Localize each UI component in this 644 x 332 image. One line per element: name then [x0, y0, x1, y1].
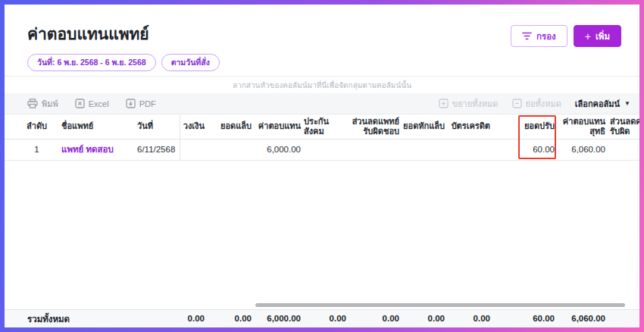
column-header-label: ค่าตอบแทน [563, 117, 605, 127]
table-cell-10: 60.00 [493, 139, 558, 160]
excel-button-label: Excel [89, 99, 109, 108]
column-header-label: ยอดปรับ [524, 121, 555, 131]
excel-export-button[interactable]: Excel [75, 99, 109, 108]
column-header-label: ยอดหักแล็บ [403, 121, 445, 131]
column-header-11[interactable]: ค่าตอบแทนสุทธิ [558, 114, 608, 139]
table-cell-3 [180, 139, 208, 160]
column-header-label-line2: รับผิดชอบ [363, 127, 399, 136]
grid-toolbar: พิมพ์ Excel PDF [5, 93, 639, 114]
group-by-hint: ลากส่วนหัวของคอลัมน์มาที่นี่เพื่อจัดกลุ่… [233, 80, 411, 91]
table-cell-8 [402, 139, 448, 160]
table-cell-7 [349, 139, 402, 160]
footer-cell-7: 0.00 [349, 310, 402, 327]
column-header-4[interactable]: ยอดแล็บ [208, 114, 255, 139]
expand-all-icon [439, 99, 449, 108]
table-cell-2: 6/11/2568 [130, 139, 180, 160]
column-header-label-line2: สุทธิ [589, 127, 605, 136]
collapse-all-button[interactable]: ย่อทั้งหมด [512, 97, 561, 111]
table-cell-value: 6/11/2568 [137, 145, 175, 155]
table-cell-6 [304, 139, 349, 160]
footer-cell-11: 6,060.00 [558, 310, 608, 327]
column-header-label: ประกันสังคม [304, 117, 346, 136]
column-header-label: ส่วนลดค [610, 117, 639, 127]
column-header-3[interactable]: วงเงิน [180, 114, 208, 139]
filter-chips: วันที่: 6 พ.ย. 2568 - 6 พ.ย. 2568 ตามวัน… [27, 54, 220, 71]
column-chooser-label: เลือกคอลัมน์ [575, 97, 620, 111]
column-header-5[interactable]: ค่าตอบแทน [255, 114, 304, 139]
footer-cell-3: 0.00 [180, 310, 208, 327]
add-button[interactable]: + เพิ่ม [574, 25, 621, 47]
column-header-0[interactable]: ลำดับ [20, 114, 54, 139]
grid-view-tools: ขยายทั้งหมด ย่อทั้งหมด เลือกคอลัมน์ ▼ [439, 97, 630, 111]
footer-cell-value: 60.00 [533, 314, 555, 324]
footer-cell-6: 0.00 [304, 310, 349, 327]
gradient-frame: ค่าตอบแทนแพทย์ วันที่: 6 พ.ย. 2568 - 6 พ… [0, 0, 644, 332]
page-actions: กรอง + เพิ่ม [511, 21, 621, 76]
print-button[interactable]: พิมพ์ [27, 97, 58, 111]
filter-button-label: กรอง [536, 30, 556, 43]
column-header-label: ลำดับ [27, 121, 47, 131]
table-cell-12 [608, 139, 639, 160]
footer-cell-value: 6,060.00 [571, 314, 605, 324]
footer-cell-9: 0.00 [448, 310, 493, 327]
table-cell-value: 1 [34, 145, 39, 155]
pdf-export-button[interactable]: PDF [126, 99, 156, 108]
footer-cell-4: 0.00 [208, 310, 255, 327]
table-cell-9 [448, 139, 493, 160]
printer-icon [27, 99, 38, 108]
add-button-label: เพิ่ม [596, 30, 610, 43]
table-header-row: ลำดับชื่อแพทย์วันที่วงเงินยอดแล็บค่าตอบแ… [5, 114, 639, 139]
pdf-button-label: PDF [139, 99, 156, 108]
column-header-10[interactable]: ยอดปรับ [493, 114, 558, 139]
table-cell-0: 1 [20, 139, 54, 160]
collapse-all-icon [512, 99, 522, 108]
column-header-label: ส่วนลดแพทย์ [352, 117, 399, 127]
column-header-label: ชื่อแพทย์ [61, 121, 93, 131]
collapse-all-label: ย่อทั้งหมด [526, 97, 561, 111]
page-header: ค่าตอบแทนแพทย์ วันที่: 6 พ.ย. 2568 - 6 พ… [5, 5, 639, 76]
plus-icon: + [585, 31, 591, 42]
table-cell-value: 6,060.00 [571, 145, 605, 155]
group-by-dropzone[interactable]: ลากส่วนหัวของคอลัมน์มาที่นี่เพื่อจัดกลุ่… [5, 76, 639, 93]
column-header-12[interactable]: ส่วนลดครับผิด [608, 114, 639, 139]
footer-cell-value: 0.00 [188, 314, 205, 324]
footer-cell-value: 0.00 [235, 314, 252, 324]
footer-cell-value: 0.00 [383, 314, 399, 324]
table-cell-4 [208, 139, 255, 160]
column-header-6[interactable]: ประกันสังคม [304, 114, 349, 139]
table-footer-row: รวมทั้งหมด0.000.006,000.000.000.000.000.… [5, 309, 639, 327]
expand-all-button[interactable]: ขยายทั้งหมด [439, 97, 499, 111]
column-header-8[interactable]: ยอดหักแล็บ [402, 114, 448, 139]
date-range-chip[interactable]: วันที่: 6 พ.ย. 2568 - 6 พ.ย. 2568 [27, 54, 156, 71]
footer-cell-5: 6,000.00 [255, 310, 304, 327]
chevron-down-icon: ▼ [624, 100, 630, 107]
column-header-7[interactable]: ส่วนลดแพทย์รับผิดชอบ [349, 114, 402, 139]
expand-all-label: ขยายทั้งหมด [452, 97, 499, 111]
filter-icon [522, 32, 532, 40]
column-header-label: ค่าตอบแทน [258, 121, 301, 131]
table-cell-1[interactable]: แพทย์ ทดสอบ [54, 139, 130, 160]
footer-cell-value: 0.00 [474, 314, 490, 324]
table-cell-value: 6,000.00 [267, 145, 301, 155]
filter-button[interactable]: กรอง [511, 25, 567, 47]
doctor-name-link[interactable]: แพทย์ ทดสอบ [61, 145, 114, 155]
column-chooser-button[interactable]: เลือกคอลัมน์ ▼ [575, 97, 630, 111]
order-date-chip[interactable]: ตามวันที่สั่ง [161, 54, 220, 71]
column-header-1[interactable]: ชื่อแพทย์ [54, 114, 130, 139]
export-tools: พิมพ์ Excel PDF [27, 97, 156, 111]
footer-total-label: รวมทั้งหมด [20, 310, 180, 327]
footer-cell-10: 60.00 [493, 310, 558, 327]
table-cell-11: 6,060.00 [558, 139, 608, 160]
column-header-9[interactable]: บัตรเครดิต [448, 114, 493, 139]
footer-cell-value: 0.00 [428, 314, 445, 324]
column-header-label: บัตรเครดิต [452, 121, 490, 131]
page-title: ค่าตอบแทนแพทย์ [27, 21, 220, 46]
footer-cell-value: 6,000.00 [267, 314, 301, 324]
table-empty-area [5, 161, 639, 303]
page-header-left: ค่าตอบแทนแพทย์ วันที่: 6 พ.ย. 2568 - 6 พ… [27, 21, 220, 76]
footer-cell-8: 0.00 [402, 310, 448, 327]
table-cell-5: 6,000.00 [255, 139, 304, 160]
horizontal-scrollbar[interactable] [255, 303, 625, 307]
column-header-2[interactable]: วันที่ [130, 114, 180, 139]
pdf-icon [126, 99, 136, 108]
